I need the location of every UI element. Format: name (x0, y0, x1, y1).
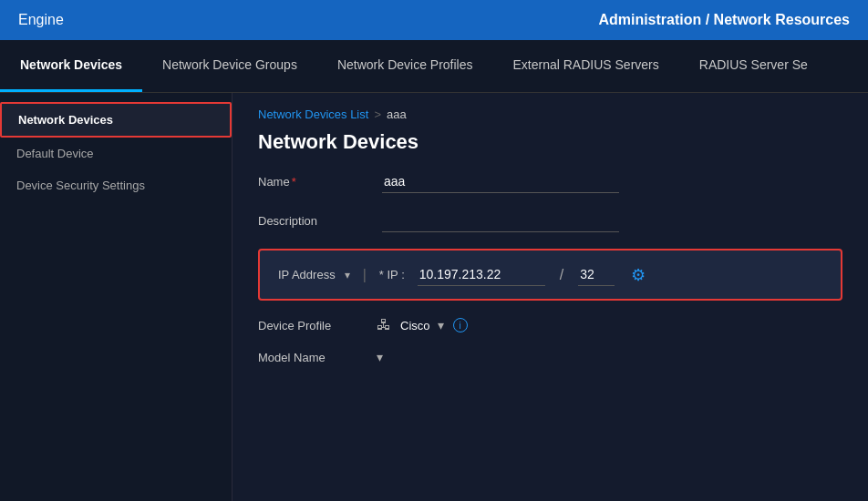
name-label: Name* (258, 175, 367, 189)
nav-tabs: Network Devices Network Device Groups Ne… (0, 40, 868, 93)
ip-address-box: IP Address | * IP : / ⚙ (258, 249, 842, 301)
device-profile-value: Cisco (400, 319, 430, 332)
profile-chevron-down-icon[interactable] (438, 318, 444, 332)
name-required-indicator: * (292, 175, 296, 189)
ip-mask-input[interactable] (578, 263, 615, 286)
model-name-row: Model Name (258, 350, 842, 364)
device-profile-icon: 🖧 (377, 317, 391, 333)
name-input[interactable] (382, 170, 619, 193)
description-row: Description (258, 210, 842, 232)
description-label: Description (258, 214, 367, 228)
breadcrumb-separator: > (374, 107, 381, 121)
ip-slash: / (560, 267, 563, 283)
sidebar-item-device-security-settings[interactable]: Device Security Settings (0, 169, 232, 201)
tab-external-radius-servers[interactable]: External RADIUS Servers (493, 40, 679, 92)
sidebar: Network Devices Default Device Device Se… (0, 93, 232, 501)
sidebar-item-default-device[interactable]: Default Device (0, 138, 232, 169)
breadcrumb-link[interactable]: Network Devices List (258, 107, 368, 121)
ip-address-input[interactable] (418, 263, 545, 286)
model-name-label: Model Name (258, 351, 367, 364)
breadcrumb: Network Devices List > aaa (258, 107, 842, 121)
device-profile-label: Device Profile (258, 319, 367, 332)
chevron-down-icon[interactable] (345, 269, 350, 281)
model-name-chevron-icon[interactable] (377, 350, 383, 364)
tab-network-device-groups[interactable]: Network Device Groups (142, 40, 317, 92)
content-area: Network Devices List > aaa Network Devic… (232, 93, 868, 501)
gear-icon[interactable]: ⚙ (631, 265, 646, 285)
page-title: Administration / Network Resources (598, 12, 850, 28)
main-layout: Network Devices Default Device Device Se… (0, 93, 868, 501)
device-profile-row: Device Profile 🖧 Cisco i (258, 317, 842, 333)
breadcrumb-current: aaa (387, 107, 407, 121)
top-header: Engine Administration / Network Resource… (0, 0, 868, 40)
tab-radius-server-se[interactable]: RADIUS Server Se (679, 40, 828, 92)
tab-network-devices[interactable]: Network Devices (0, 40, 142, 92)
tab-network-device-profiles[interactable]: Network Device Profiles (317, 40, 493, 92)
name-row: Name* (258, 170, 842, 193)
ip-label: * IP : (379, 268, 405, 281)
engine-label: Engine (18, 12, 64, 28)
sidebar-item-network-devices[interactable]: Network Devices (0, 102, 232, 138)
device-profile-select[interactable]: Cisco (400, 318, 444, 332)
ip-type-label: IP Address (278, 268, 336, 281)
content-page-heading: Network Devices (258, 130, 842, 154)
description-input[interactable] (382, 210, 619, 232)
info-icon[interactable]: i (453, 318, 468, 332)
